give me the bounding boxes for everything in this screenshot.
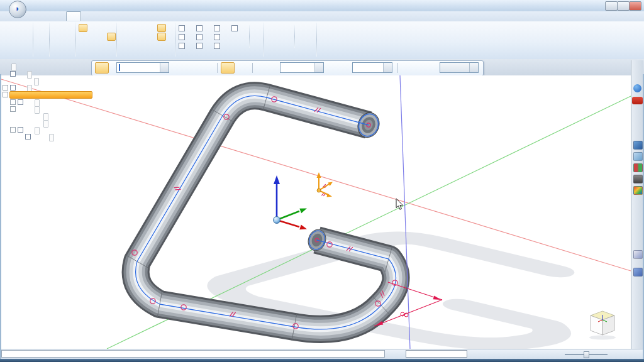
prompt-message xyxy=(1,350,385,358)
expand-icon[interactable] xyxy=(3,85,8,90)
tree-label[interactable] xyxy=(43,120,48,128)
publish-icon[interactable] xyxy=(626,349,636,359)
tree-row-chamfer[interactable] xyxy=(1,120,48,127)
base-checkbox[interactable] xyxy=(10,71,16,77)
viewport-3d[interactable] xyxy=(0,0,644,362)
tree-row-document[interactable] xyxy=(1,63,16,70)
solid-edge-logo-icon: ◗ xyxy=(15,4,20,13)
collapse-icon[interactable] xyxy=(3,92,8,97)
collapse-icon[interactable] xyxy=(10,106,16,112)
simulation-icon[interactable] xyxy=(633,186,643,195)
library-icon[interactable] xyxy=(633,141,643,150)
youtube-icon[interactable] xyxy=(632,97,643,104)
reference-planes-checkbox[interactable] xyxy=(18,99,23,105)
window-frame-left xyxy=(0,74,1,359)
solid-edge-window: ◗ xyxy=(0,0,644,362)
layers-icon[interactable] xyxy=(633,152,643,161)
3d-sketches-checkbox[interactable] xyxy=(18,127,23,133)
document-window-controls xyxy=(629,13,641,19)
material-icon xyxy=(25,78,33,85)
zoom-slider-thumb[interactable] xyxy=(584,351,589,358)
3d-sketch-icon xyxy=(40,134,48,141)
quick-access-toolbar xyxy=(30,1,46,10)
tree-row-protrusion[interactable] xyxy=(1,113,48,120)
reference-planes-icon xyxy=(26,99,33,106)
tree-row-3d-sketch-1[interactable] xyxy=(1,134,54,141)
base-reference-planes-checkbox[interactable] xyxy=(10,85,16,90)
chamfer-icon xyxy=(35,120,42,127)
tree-row-material[interactable] xyxy=(1,78,39,85)
tree-row-base[interactable] xyxy=(1,71,32,78)
medal-icon[interactable] xyxy=(633,163,643,172)
fit-icon[interactable] xyxy=(501,349,511,359)
document-icon xyxy=(3,63,10,70)
collapse-icon[interactable] xyxy=(10,127,16,133)
zoom-icon[interactable] xyxy=(491,349,501,359)
tree-label[interactable] xyxy=(34,78,39,85)
edgebar-sidebar xyxy=(631,60,643,349)
help-icon[interactable] xyxy=(633,84,641,92)
3d-sketches-icon xyxy=(26,127,33,134)
tree-row-features[interactable] xyxy=(1,106,40,113)
window-icon[interactable] xyxy=(538,349,548,359)
tree-row-reference-planes[interactable] xyxy=(1,99,40,106)
zoom-in-icon[interactable] xyxy=(606,349,616,359)
features-icon xyxy=(26,106,33,113)
protrusion-icon xyxy=(35,113,42,120)
window-panel-icon[interactable] xyxy=(633,250,643,259)
tree-label[interactable] xyxy=(11,63,16,71)
base-icon xyxy=(18,71,26,78)
expand-icon[interactable] xyxy=(10,99,16,105)
record-icon[interactable] xyxy=(616,349,626,359)
status-bar xyxy=(0,349,644,359)
window-frame-bottom xyxy=(0,359,644,362)
command-finder-go-icon[interactable] xyxy=(470,349,480,359)
zoom-area-icon[interactable] xyxy=(480,349,491,359)
camera-icon[interactable] xyxy=(633,175,643,184)
tree-row-3d-sketches[interactable] xyxy=(1,127,40,134)
synchronous-highlight-bar[interactable] xyxy=(9,91,92,99)
tree-label[interactable] xyxy=(49,134,54,141)
view-style-icon[interactable] xyxy=(511,349,521,359)
application-button[interactable]: ◗ xyxy=(9,1,26,18)
addin-icon[interactable] xyxy=(633,268,643,277)
command-finder-input[interactable] xyxy=(406,350,467,358)
3d-sketch-1-checkbox[interactable] xyxy=(25,134,31,140)
